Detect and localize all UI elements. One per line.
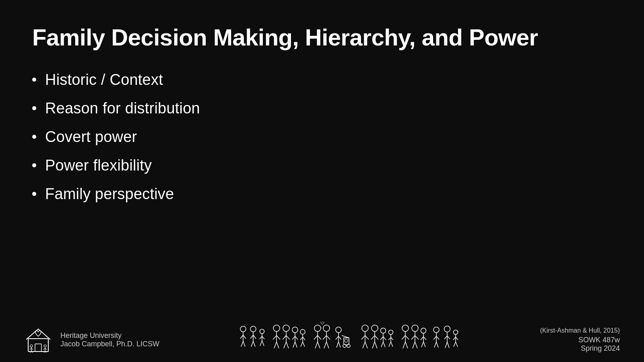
bullet-text-4: Power flexibility: [45, 157, 152, 174]
svg-line-61: [318, 342, 320, 348]
svg-line-16: [240, 335, 243, 339]
svg-line-119: [423, 342, 425, 347]
svg-point-120: [433, 327, 439, 333]
svg-line-52: [300, 337, 303, 340]
svg-line-87: [375, 335, 378, 339]
svg-point-126: [444, 326, 450, 332]
svg-line-98: [388, 337, 391, 340]
svg-point-20: [250, 326, 256, 332]
svg-line-82: [363, 342, 365, 348]
svg-line-100: [389, 342, 391, 347]
svg-line-41: [286, 335, 290, 339]
list-item: Family perspective: [32, 185, 612, 203]
svg-line-113: [415, 342, 417, 348]
svg-line-131: [447, 342, 449, 348]
svg-point-62: [323, 325, 330, 331]
svg-line-105: [405, 335, 409, 339]
svg-line-42: [284, 342, 286, 348]
svg-line-24: [251, 341, 253, 347]
svg-line-28: [260, 336, 262, 339]
citation: (Kirst-Ashman & Hull, 2015): [540, 327, 620, 334]
svg-line-36: [274, 342, 277, 348]
svg-line-111: [415, 335, 419, 339]
instructor-name: Jacob Campbell, Ph.D. LICSW: [60, 340, 159, 348]
svg-line-99: [391, 337, 393, 340]
list-item: Reason for distribution: [32, 100, 612, 117]
svg-line-136: [454, 342, 456, 347]
svg-point-14: [240, 326, 246, 332]
svg-line-22: [250, 335, 253, 339]
footer-left: Heritage University Jacob Campbell, Ph.D…: [24, 326, 159, 354]
svg-line-58: [314, 335, 318, 339]
svg-line-89: [375, 342, 377, 348]
svg-line-94: [381, 342, 383, 347]
svg-line-19: [243, 341, 245, 347]
bullet-dot: [32, 135, 36, 139]
bullet-list: Historic / Context Reason for distributi…: [32, 71, 612, 203]
heritage-logo-icon: [24, 326, 52, 354]
svg-line-83: [365, 342, 367, 348]
svg-line-137: [456, 342, 458, 347]
bullet-text-5: Family perspective: [45, 185, 174, 203]
svg-line-64: [323, 335, 326, 339]
svg-line-80: [361, 335, 365, 339]
svg-point-76: [347, 344, 350, 348]
footer-right: (Kirst-Ashman & Hull, 2015) SOWK 487w Sp…: [540, 327, 620, 353]
svg-line-71: [339, 336, 341, 339]
svg-point-8: [44, 345, 46, 347]
svg-point-75: [343, 344, 346, 348]
list-item: Covert power: [32, 128, 612, 146]
bullet-text-1: Historic / Context: [45, 71, 163, 88]
svg-point-96: [388, 330, 393, 335]
svg-line-46: [292, 336, 295, 339]
svg-point-84: [372, 325, 378, 331]
svg-line-81: [365, 335, 369, 339]
svg-point-108: [412, 325, 418, 331]
svg-line-31: [262, 341, 264, 346]
bullet-dot: [32, 192, 36, 196]
svg-point-38: [283, 325, 289, 331]
svg-line-104: [402, 335, 405, 339]
svg-line-18: [241, 341, 243, 347]
bullet-text-2: Reason for distribution: [45, 100, 200, 117]
svg-point-78: [362, 325, 368, 331]
footer-center: [159, 322, 540, 358]
svg-line-53: [303, 337, 305, 340]
svg-point-44: [292, 327, 298, 333]
svg-line-88: [372, 342, 375, 348]
svg-line-35: [277, 335, 280, 339]
svg-line-118: [421, 342, 423, 347]
svg-line-86: [371, 335, 375, 339]
svg-point-90: [380, 328, 386, 333]
course-info: SOWK 487w Spring 2024: [578, 336, 620, 353]
svg-line-106: [403, 342, 405, 348]
svg-point-132: [453, 330, 458, 335]
svg-line-135: [456, 337, 458, 340]
svg-line-125: [436, 342, 438, 348]
svg-point-32: [273, 325, 280, 331]
svg-line-101: [391, 342, 393, 347]
svg-line-60: [315, 342, 318, 348]
svg-line-54: [301, 342, 303, 347]
course-line1: SOWK 487w: [578, 336, 620, 344]
svg-line-47: [295, 336, 298, 339]
svg-line-73: [339, 342, 341, 348]
people-silhouettes-icon: [237, 322, 462, 356]
svg-line-55: [303, 342, 305, 347]
svg-line-65: [326, 335, 330, 339]
svg-line-70: [336, 336, 339, 339]
svg-line-129: [447, 336, 450, 339]
svg-line-23: [253, 335, 256, 339]
svg-line-67: [326, 342, 329, 348]
svg-line-123: [436, 336, 439, 339]
svg-line-134: [453, 337, 456, 340]
svg-rect-1: [35, 344, 41, 352]
svg-line-93: [383, 337, 386, 340]
svg-point-56: [314, 325, 321, 331]
svg-line-48: [293, 342, 295, 348]
svg-line-117: [423, 337, 426, 340]
svg-line-110: [411, 335, 415, 339]
footer-institution: Heritage University Jacob Campbell, Ph.D…: [60, 331, 159, 348]
svg-line-74: [342, 335, 349, 338]
bullet-dot: [32, 106, 36, 110]
